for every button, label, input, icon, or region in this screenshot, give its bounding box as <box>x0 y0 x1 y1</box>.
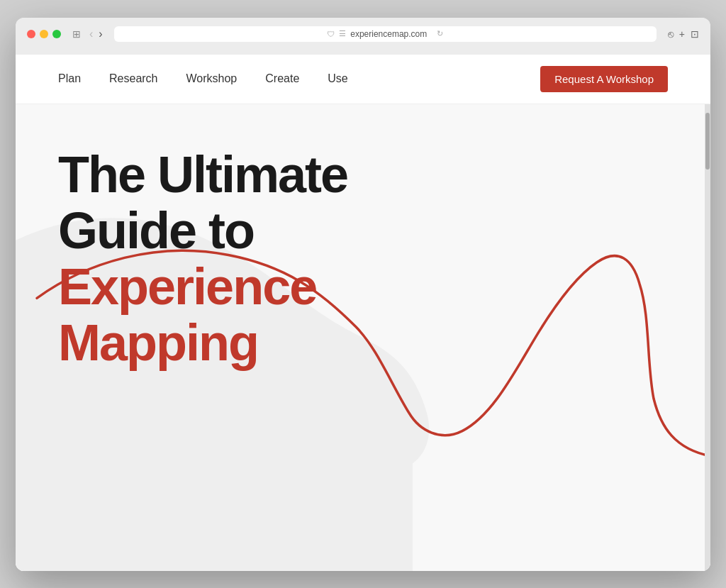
browser-chrome: ⊞ ‹ › 🛡 ☰ experiencemap.com ↻ ⎋ + ⊡ <box>16 18 710 55</box>
scrollbar-thumb[interactable] <box>705 113 710 170</box>
refresh-icon[interactable]: ↻ <box>437 29 443 38</box>
nav-item-use[interactable]: Use <box>328 72 347 85</box>
lock-icon: 🛡 <box>327 30 335 38</box>
new-tab-icon[interactable]: + <box>679 28 685 40</box>
minimize-button[interactable] <box>40 30 48 38</box>
browser-window: ⊞ ‹ › 🛡 ☰ experiencemap.com ↻ ⎋ + ⊡ <box>16 18 710 571</box>
sidebar-toggle[interactable]: ⊞ <box>72 28 81 40</box>
hero-text: The Ultimate Guide to Experience Mapping <box>58 147 347 372</box>
nav-bar: Plan Research Workshop Create Use Reques… <box>16 55 710 104</box>
traffic-lights <box>27 30 61 38</box>
close-button[interactable] <box>27 30 35 38</box>
nav-item-workshop[interactable]: Workshop <box>186 72 238 85</box>
reader-icon: ☰ <box>339 29 346 38</box>
maximize-button[interactable] <box>52 30 61 38</box>
browser-actions: ⎋ + ⊡ <box>668 28 699 40</box>
browser-tab-bar <box>27 49 699 55</box>
forward-button[interactable]: › <box>99 28 102 40</box>
tabs-icon[interactable]: ⊡ <box>691 28 699 40</box>
nav-item-plan[interactable]: Plan <box>58 72 81 85</box>
url-text: experiencemap.com <box>350 29 427 39</box>
request-workshop-button[interactable]: Request A Workshop <box>540 66 668 92</box>
nav-item-create[interactable]: Create <box>265 72 299 85</box>
address-bar[interactable]: 🛡 ☰ experiencemap.com ↻ <box>114 26 657 42</box>
browser-controls: ⊞ ‹ › 🛡 ☰ experiencemap.com ↻ ⎋ + ⊡ <box>27 26 699 42</box>
scrollbar[interactable] <box>705 104 710 571</box>
nav-links: Plan Research Workshop Create Use <box>58 72 540 85</box>
browser-nav: ‹ › <box>89 28 103 40</box>
hero-line4: Mapping <box>58 315 347 371</box>
share-icon[interactable]: ⎋ <box>668 28 674 40</box>
nav-item-research[interactable]: Research <box>109 72 157 85</box>
back-button[interactable]: ‹ <box>89 28 93 40</box>
hero-line2: Guide to <box>58 203 347 259</box>
page-content: Plan Research Workshop Create Use Reques… <box>16 55 710 571</box>
hero-line3: Experience <box>58 259 347 315</box>
hero-line1: The Ultimate <box>58 147 347 203</box>
sidebar-icon: ⊞ <box>72 28 81 40</box>
hero-section: The Ultimate Guide to Experience Mapping <box>16 104 710 571</box>
